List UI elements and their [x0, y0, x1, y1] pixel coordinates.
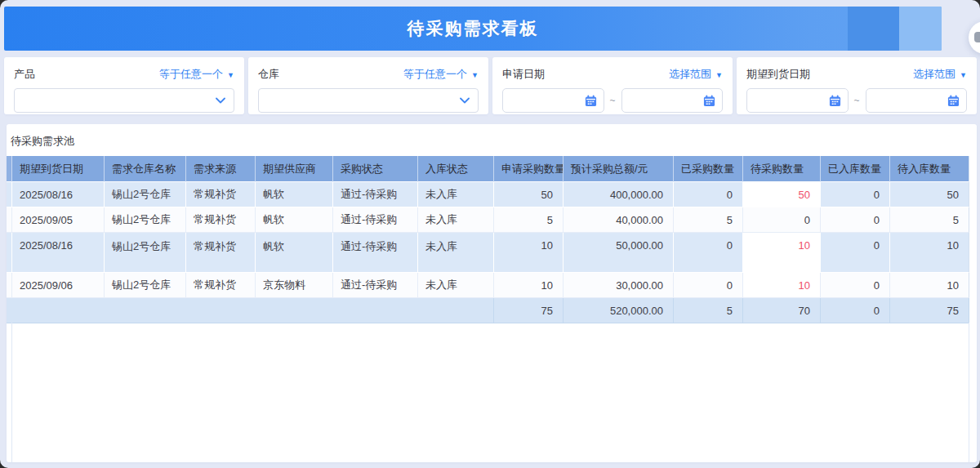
cell-pending-inbound-qty: 5	[890, 207, 969, 233]
dropdown-triangle-icon: ▼	[471, 71, 479, 79]
col-header-purchase-status: 采购状态	[333, 156, 418, 182]
cell-applied-qty: 50	[494, 182, 564, 207]
cell-expected-date: 2025/08/16	[12, 233, 105, 273]
summary-empty-cell	[7, 298, 494, 323]
filter-op-dropdown-apply-date[interactable]: 选择范围 ▼	[669, 67, 723, 82]
cell-expected-date: 2025/08/16	[12, 182, 105, 207]
cell-inbound-qty: 0	[821, 273, 890, 298]
filter-op-dropdown-warehouse[interactable]: 等于任意一个 ▼	[403, 67, 479, 82]
cell-pending-qty-alert: 50	[743, 182, 821, 207]
assistant-icon	[974, 32, 980, 42]
col-header-purchased-qty: 已采购数量	[674, 156, 743, 182]
filter-label-expected-date: 期望到货日期	[746, 67, 810, 82]
filter-op-label: 选择范围	[669, 67, 711, 82]
assistant-fab-button[interactable]	[969, 21, 980, 54]
filter-label-apply-date: 申请日期	[502, 67, 545, 82]
cell-applied-qty: 5	[494, 207, 564, 233]
pending-procurement-panel: 待采购需求池 期望到货日期 需求仓库名称 需求来源 期望供应商 采购状态 入库状…	[7, 124, 977, 462]
cell-estimated-total: 400,000.00	[564, 182, 674, 207]
cell-purchased-qty: 0	[674, 233, 743, 273]
cell-warehouse: 锡山2号仓库	[105, 207, 186, 233]
cell-expected-date: 2025/09/06	[12, 273, 105, 298]
cell-pending-qty: 0	[743, 207, 821, 233]
cell-purchase-status: 通过-待采购	[333, 182, 418, 207]
apply-date-start-input[interactable]	[502, 88, 604, 113]
cell-purchased-qty: 0	[674, 182, 743, 207]
cell-supplier: 帆软	[256, 233, 333, 273]
procurement-table: 期望到货日期 需求仓库名称 需求来源 期望供应商 采购状态 入库状态 申请采购数…	[7, 156, 969, 323]
table-row: 2025/08/16 锡山2号仓库 常规补货 帆软 通过-待采购 未入库 50 …	[7, 182, 969, 207]
warehouse-select-input[interactable]	[258, 88, 479, 113]
dropdown-triangle-icon: ▼	[715, 71, 723, 79]
filter-label-warehouse: 仓库	[258, 67, 279, 82]
col-header-pending-inbound-qty: 待入库数量	[890, 156, 969, 182]
cell-pending-inbound-qty: 10	[890, 233, 969, 273]
dashboard-page: 待采购需求看板 产品 等于任意一个 ▼ 仓库 等于任意	[0, 0, 980, 468]
filter-card-apply-date: 申请日期 选择范围 ▼ ~	[492, 57, 733, 114]
filter-label-product: 产品	[14, 67, 35, 82]
filter-op-label: 等于任意一个	[403, 67, 467, 82]
banner-decoration-block	[899, 7, 942, 51]
expected-date-end-input[interactable]	[866, 88, 968, 113]
table-row: 2025/09/06 锡山2号仓库 常规补货 京东物料 通过-待采购 未入库 1…	[7, 273, 969, 298]
cell-purchase-status: 通过-待采购	[333, 233, 418, 273]
panel-title: 待采购需求池	[7, 124, 977, 156]
cell-purchased-qty: 5	[674, 207, 743, 233]
calendar-icon	[703, 95, 715, 107]
cell-inbound-qty: 0	[821, 182, 890, 207]
frozen-column-divider	[11, 323, 12, 462]
cell-inbound-status: 未入库	[418, 233, 494, 273]
gutter-column	[7, 156, 12, 182]
chevron-down-icon	[460, 97, 470, 104]
filter-op-label: 选择范围	[913, 67, 956, 82]
summary-applied-qty: 75	[494, 298, 564, 323]
filter-op-dropdown-expected-date[interactable]: 选择范围 ▼	[913, 67, 967, 82]
cell-expected-date: 2025/09/05	[12, 207, 105, 233]
filter-card-expected-date: 期望到货日期 选择范围 ▼ ~	[737, 57, 977, 114]
cell-estimated-total: 40,000.00	[564, 207, 674, 233]
col-header-inbound-status: 入库状态	[418, 156, 494, 182]
calendar-icon	[947, 95, 960, 107]
filter-op-dropdown-product[interactable]: 等于任意一个 ▼	[159, 67, 234, 82]
cell-purchase-status: 通过-待采购	[333, 207, 418, 233]
cell-warehouse: 锡山2号仓库	[105, 182, 186, 207]
summary-row: 75 520,000.00 5 70 0 75	[7, 298, 969, 323]
cell-applied-qty: 10	[494, 233, 564, 273]
cell-pending-qty-alert: 10	[743, 233, 821, 273]
calendar-icon	[585, 95, 597, 107]
banner: 待采购需求看板	[4, 7, 942, 51]
cell-inbound-qty: 0	[821, 233, 890, 273]
cell-pending-qty-alert: 10	[743, 273, 821, 298]
col-header-warehouse: 需求仓库名称	[105, 156, 186, 182]
calendar-icon	[829, 95, 841, 107]
col-header-estimated-total: 预计采购总额/元	[564, 156, 674, 182]
filter-card-warehouse: 仓库 等于任意一个 ▼	[248, 57, 488, 114]
cell-purchase-status: 通过-待采购	[333, 273, 418, 298]
cell-source: 常规补货	[186, 233, 256, 273]
summary-purchased-qty: 5	[674, 298, 743, 323]
cell-pending-inbound-qty: 10	[890, 273, 969, 298]
product-select-input[interactable]	[14, 88, 234, 113]
cell-estimated-total: 30,000.00	[564, 273, 674, 298]
expected-date-start-input[interactable]	[746, 88, 849, 113]
filter-op-label: 等于任意一个	[159, 67, 223, 82]
page-title: 待采购需求看板	[408, 17, 539, 40]
cell-inbound-status: 未入库	[418, 207, 494, 233]
cell-estimated-total: 50,000.00	[564, 233, 674, 273]
cell-inbound-qty: 0	[821, 207, 890, 233]
col-header-inbound-qty: 已入库数量	[821, 156, 890, 182]
summary-pending-inbound-qty: 75	[890, 298, 969, 323]
cell-purchased-qty: 0	[674, 273, 743, 298]
cell-pending-inbound-qty: 50	[890, 182, 969, 207]
dropdown-triangle-icon: ▼	[960, 71, 967, 79]
filter-bar: 产品 等于任意一个 ▼ 仓库 等于任意一个 ▼	[4, 57, 977, 114]
cell-source: 常规补货	[186, 182, 256, 207]
summary-estimated-total: 520,000.00	[564, 298, 674, 323]
dropdown-triangle-icon: ▼	[227, 71, 234, 79]
cell-warehouse: 锡山2号仓库	[105, 273, 186, 298]
cell-inbound-status: 未入库	[418, 182, 494, 207]
cell-supplier: 京东物料	[256, 273, 333, 298]
apply-date-end-input[interactable]	[621, 88, 724, 113]
cell-inbound-status: 未入库	[418, 273, 494, 298]
cell-supplier: 帆软	[256, 207, 333, 233]
